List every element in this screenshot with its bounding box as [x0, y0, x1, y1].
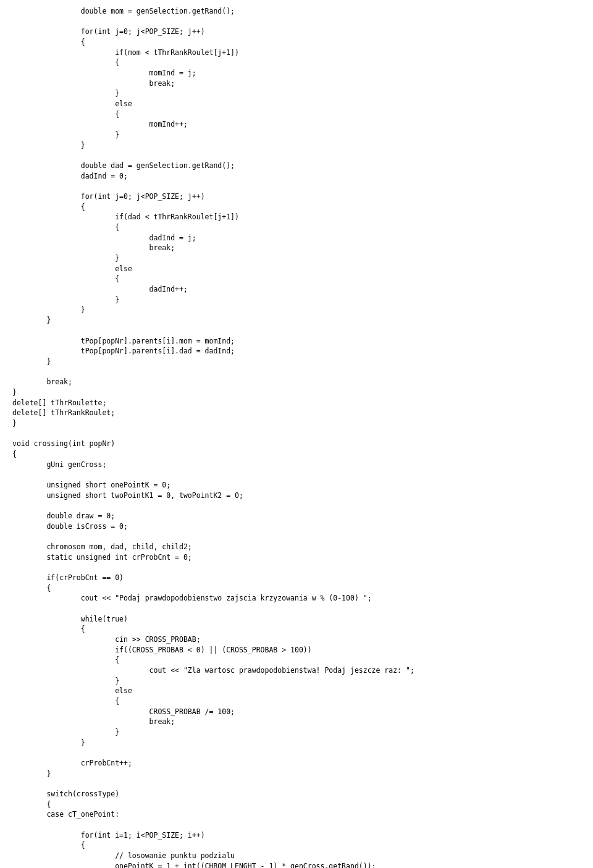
code-content: double mom = genSelection.getRand(); for… [12, 6, 581, 868]
page-container: double mom = genSelection.getRand(); for… [0, 0, 593, 868]
